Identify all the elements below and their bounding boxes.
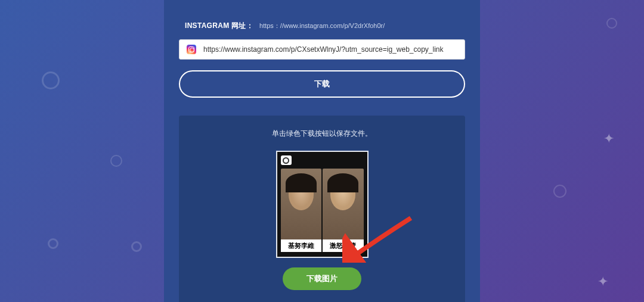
preview-face-right [323,169,364,240]
decor-circle [606,18,617,29]
main-panel: INSTAGRAM 网址： https：//www.instagram.com/… [164,0,480,302]
decor-circle [110,155,122,167]
url-label: INSTAGRAM 网址： [185,21,253,31]
save-image-button[interactable]: 下载图片 [283,267,361,290]
preview-captions: 基努李維 激怒李蕾 [281,239,364,252]
instagram-icon [187,45,196,54]
image-preview: 基努李維 激怒李蕾 [276,151,369,258]
decor-sparkle: ✦ [603,131,614,147]
caption-left: 基努李維 [281,239,322,252]
decor-circle [48,238,58,249]
url-input[interactable] [203,45,457,54]
result-panel: 单击绿色下载按钮以保存文件。 基努李維 激怒李蕾 下载图片 [179,116,465,302]
result-hint: 单击绿色下载按钮以保存文件。 [191,129,453,139]
preview-face-left [281,169,322,240]
download-button[interactable]: 下载 [179,70,465,98]
url-input-container[interactable] [179,39,465,60]
decor-sparkle: ✦ [597,274,608,289]
preview-content [281,169,364,240]
decor-circle [131,241,142,252]
camera-icon [281,155,292,165]
url-label-row: INSTAGRAM 网址： https：//www.instagram.com/… [179,21,465,31]
decor-circle [42,71,60,89]
caption-right: 激怒李蕾 [323,239,364,252]
url-example: https：//www.instagram.com/p/V2drXfoh0r/ [259,21,385,30]
decor-circle [553,185,566,198]
